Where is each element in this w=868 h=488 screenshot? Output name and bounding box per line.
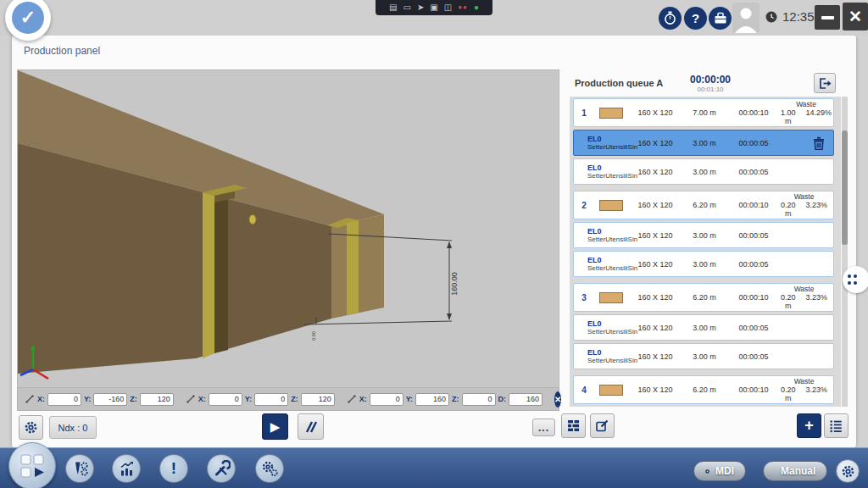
x3-field[interactable] — [370, 393, 403, 406]
beam-3d-drawing: 160.00 0.00 — [18, 70, 559, 387]
profile-size: 160 X 120 — [628, 324, 682, 332]
z3-field[interactable] — [462, 393, 496, 406]
z1-field[interactable] — [140, 393, 174, 406]
queue-item-row[interactable]: EL0 SetterUtensiliSin 160 X 120 3.00 m 0… — [573, 314, 834, 341]
queue-group-row[interactable]: 4 160 X 120 6.20 m 00:00:10 Waste 0.20 m… — [573, 375, 834, 404]
profile-size: 160 X 120 — [628, 293, 682, 302]
z-label: Z: — [452, 395, 459, 403]
dimension-label: 160.00 — [450, 272, 459, 296]
queue-item-row[interactable]: EL0 SetterUtensiliSin 160 X 120 3.00 m 0… — [573, 158, 834, 185]
d-field[interactable] — [509, 393, 542, 406]
person-icon — [732, 3, 760, 33]
group-number: 3 — [574, 293, 594, 302]
x-label: X: — [37, 395, 45, 403]
more-options-button[interactable]: ... — [532, 419, 555, 436]
queue-title: Production queue A — [575, 78, 663, 88]
cycle-time: 00:00:10 — [726, 293, 781, 302]
production-app-button[interactable] — [8, 442, 56, 488]
ndx-indicator[interactable]: Ndx : 0 — [49, 416, 97, 439]
tooling-button[interactable] — [65, 454, 94, 483]
waste-info: Waste 1.00 m14.29% — [781, 100, 841, 125]
x1-field[interactable] — [47, 393, 81, 406]
bar-length: 3.00 m — [682, 139, 726, 147]
clock: 12:35 — [765, 9, 815, 24]
bar-length: 6.20 m — [682, 201, 726, 209]
hole-marker — [249, 215, 256, 225]
queue-group-row[interactable]: 1 160 X 120 7.00 m 00:00:10 Waste 1.00 m… — [573, 98, 834, 127]
waste-info: Waste 0.20 m3.23% — [781, 192, 839, 218]
queue-timer-total: 00:01:10 — [690, 86, 731, 93]
queue-item-row[interactable]: EL0 SetterUtensiliSin 160 X 120 3.00 m 0… — [573, 343, 834, 369]
clock-time: 12:35 — [782, 9, 815, 24]
group-number: 4 — [574, 385, 594, 395]
3d-viewport[interactable]: 160.00 0.00 — [17, 69, 559, 388]
record-indicator-icon: ●● — [458, 4, 468, 11]
y2-field[interactable] — [254, 393, 288, 406]
scrollbar-thumb[interactable] — [842, 130, 848, 245]
mdi-icon — [705, 466, 709, 477]
stopwatch-button[interactable] — [659, 7, 682, 30]
coord-group-3: X: Y: Z: D: — [347, 393, 542, 406]
machine-settings-button[interactable] — [255, 454, 284, 483]
bar-length: 6.20 m — [682, 293, 726, 302]
queue-item-row[interactable]: EL0 SetterUtensiliSin 160 X 120 3.00 m 0… — [573, 251, 834, 277]
y-label: Y: — [406, 395, 413, 403]
material-swatch — [594, 108, 628, 119]
close-button[interactable]: ✕ — [843, 3, 868, 30]
exclamation-icon: ! — [171, 459, 176, 478]
line-tool-icon — [25, 394, 35, 404]
profile-size: 160 X 120 — [628, 231, 682, 240]
minimize-button[interactable] — [815, 5, 840, 30]
bar-length: 3.00 m — [682, 260, 726, 269]
maintenance-button[interactable] — [207, 454, 236, 483]
side-drawer-handle[interactable] — [843, 266, 868, 293]
close-coords-button[interactable]: ✕ — [554, 391, 561, 408]
profile-size: 160 X 120 — [628, 201, 682, 209]
statistics-button[interactable] — [112, 454, 141, 483]
profile-size: 160 X 120 — [628, 260, 682, 269]
simulation-button[interactable] — [298, 413, 324, 440]
bar-length: 3.00 m — [682, 231, 726, 240]
production-queue-panel: Production queue A 00:00:00 00:01:10 1 1… — [570, 73, 851, 441]
settings-button[interactable] — [19, 415, 43, 440]
toolbox-button[interactable] — [709, 7, 732, 30]
statistics-icon — [118, 460, 136, 478]
manual-mode-button[interactable]: Manual — [763, 461, 827, 481]
waste-info: Waste 0.20 m3.23% — [781, 285, 839, 310]
profile-size: 160 X 120 — [628, 352, 682, 361]
cycle-time: 00:00:10 — [726, 108, 781, 117]
queue-scrollbar[interactable] — [842, 97, 848, 407]
queue-item-row[interactable]: EL0 SetterUtensiliSin 160 X 120 3.00 m 0… — [573, 222, 834, 248]
mdi-mode-button[interactable]: MDI — [693, 461, 746, 481]
system-settings-button[interactable] — [836, 459, 860, 483]
operation-title: EL0 SetterUtensiliSin — [574, 135, 628, 151]
bar-length: 3.00 m — [682, 324, 726, 332]
alarms-button[interactable]: ! — [159, 454, 188, 483]
z2-field[interactable] — [301, 393, 335, 406]
taskbar: ! MDI Manual — [0, 447, 868, 488]
delete-item-button[interactable] — [813, 136, 833, 150]
bar-length: 3.00 m — [682, 352, 726, 361]
y1-field[interactable] — [93, 393, 127, 406]
queue-group-row[interactable]: 3 160 X 120 6.20 m 00:00:10 Waste 0.20 m… — [573, 283, 834, 312]
bar-length: 3.00 m — [682, 168, 726, 176]
operation-title: EL0 SetterUtensiliSin — [574, 348, 628, 364]
x2-field[interactable] — [209, 393, 242, 406]
bar-length: 6.20 m — [682, 385, 726, 394]
play-button[interactable]: ▶ — [262, 413, 288, 440]
queue-group-row[interactable]: 2 160 X 120 6.20 m 00:00:10 Waste 0.20 m… — [573, 191, 834, 219]
page-title: Production panel — [24, 45, 100, 57]
bar-length: 7.00 m — [682, 108, 726, 117]
ok-indicator-icon: ● — [474, 3, 479, 12]
user-avatar[interactable] — [732, 3, 760, 33]
export-queue-button[interactable] — [814, 73, 836, 93]
y3-field[interactable] — [415, 393, 449, 406]
profile-size: 160 X 120 — [628, 385, 682, 394]
coord-group-2: X: Y: Z: — [186, 393, 335, 406]
coordinate-bar: X: Y: Z: X: Y: Z: X: Y: — [17, 388, 559, 411]
display-icon: ▭ — [403, 3, 410, 12]
group-number: 1 — [574, 108, 594, 118]
queue-item-row-selected[interactable]: EL0 SetterUtensiliSin 160 X 120 3.00 m 0… — [573, 130, 834, 156]
x-label: X: — [359, 395, 367, 403]
help-button[interactable]: ? — [684, 7, 707, 30]
